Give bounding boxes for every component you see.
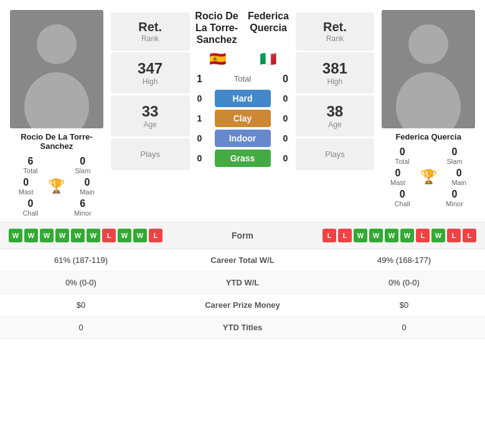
- right-mast-value: 0: [395, 168, 400, 179]
- left-plays-box: Plays: [111, 138, 190, 170]
- total-label: Total: [215, 74, 271, 83]
- left-flag: 🇪🇸: [192, 51, 243, 67]
- right-mast-stat: 0 Mast: [377, 168, 418, 186]
- right-minor-label: Minor: [446, 200, 463, 207]
- left-player-name: Rocio De La Torre-Sanchez: [5, 132, 108, 151]
- hard-right-score: 0: [278, 93, 293, 103]
- form-badge: L: [416, 229, 430, 242]
- right-player-avatar: [382, 10, 475, 128]
- stat-center-label: Career Total W/L: [162, 249, 323, 272]
- right-main-value: 0: [456, 168, 462, 179]
- right-plays-box: Plays: [296, 138, 375, 170]
- left-player-avatar: [10, 10, 103, 128]
- left-main-label: Main: [80, 188, 95, 196]
- left-player-card: Rocio De La Torre-Sanchez 6 Total 0 Slam…: [5, 10, 108, 217]
- clay-button[interactable]: Clay: [215, 110, 271, 127]
- indoor-left-score: 0: [192, 133, 207, 143]
- stats-row: 0 YTD Titles 0: [0, 317, 485, 339]
- stat-left-val: $0: [0, 294, 162, 317]
- stat-left-val: 61% (187-119): [0, 249, 162, 272]
- left-total-value: 6: [27, 156, 33, 167]
- right-minor-value: 0: [452, 189, 458, 200]
- career-stats-table: 61% (187-119) Career Total W/L 49% (168-…: [0, 249, 485, 339]
- surface-clay-row: 1 Clay 0: [192, 110, 293, 127]
- right-mast-label: Mast: [390, 179, 405, 186]
- stat-center-label: YTD W/L: [162, 272, 323, 294]
- indoor-button[interactable]: Indoor: [215, 130, 271, 147]
- stat-right-val: $0: [323, 294, 485, 317]
- form-badge: W: [24, 229, 38, 242]
- form-badge: W: [354, 229, 367, 242]
- center-column: Rocio De La Torre-Sanchez Federica Querc…: [192, 10, 293, 169]
- stats-row: 61% (187-119) Career Total W/L 49% (168-…: [0, 249, 485, 272]
- right-rank-sub: Rank: [301, 34, 370, 43]
- left-chall-value: 0: [27, 198, 33, 209]
- right-high-value: 381: [301, 60, 370, 77]
- right-slam-stat: 0 Slam: [429, 146, 480, 165]
- right-player-header-name: Federica Quercia: [244, 10, 293, 34]
- form-badge: L: [338, 229, 352, 242]
- form-badge: W: [87, 229, 100, 242]
- left-slam-stat: 0 Slam: [57, 156, 108, 174]
- right-stat-boxes: Ret. Rank 381 High 38 Age Plays: [296, 10, 375, 170]
- stat-center-label: YTD Titles: [162, 317, 323, 339]
- left-minor-value: 6: [80, 198, 85, 209]
- stat-right-val: 0: [323, 317, 485, 339]
- left-plays-label: Plays: [116, 150, 185, 159]
- form-badge: L: [463, 229, 476, 242]
- left-minor-label: Minor: [74, 209, 92, 217]
- stat-center-label: Career Prize Money: [162, 294, 323, 317]
- left-main-value: 0: [85, 177, 90, 188]
- form-badge: W: [71, 229, 85, 242]
- form-badge: W: [431, 229, 445, 242]
- indoor-right-score: 0: [278, 133, 293, 143]
- svg-point-4: [408, 24, 448, 64]
- right-total-stat: 0 Total: [377, 146, 428, 165]
- right-chall-label: Chall: [395, 200, 410, 207]
- right-form-badges: LLWWWWLWLL: [323, 229, 476, 242]
- left-chall-stat: 0 Chall: [5, 198, 56, 217]
- right-rank-box: Ret. Rank: [296, 12, 375, 50]
- left-mast-stat: 0 Mast: [5, 177, 47, 196]
- left-stat-boxes: Ret. Rank 347 High 33 Age Plays: [111, 10, 190, 170]
- right-total-value: 0: [400, 146, 405, 158]
- right-main-label: Main: [451, 179, 466, 186]
- surface-grass-row: 0 Grass 0: [192, 150, 293, 167]
- stat-right-val: 0% (0-0): [323, 272, 485, 294]
- hard-button[interactable]: Hard: [215, 90, 271, 107]
- form-badge: L: [102, 229, 116, 242]
- right-age-label: Age: [301, 120, 370, 129]
- form-badge: L: [149, 229, 162, 242]
- stats-row: 0% (0-0) YTD W/L 0% (0-0): [0, 272, 485, 294]
- form-badge: W: [400, 229, 414, 242]
- right-plays-label: Plays: [301, 150, 370, 159]
- left-main-stat: 0 Main: [66, 177, 108, 196]
- right-high-label: High: [301, 77, 370, 86]
- form-badge: W: [369, 229, 383, 242]
- surface-indoor-row: 0 Indoor 0: [192, 130, 293, 147]
- stat-left-val: 0% (0-0): [0, 272, 162, 294]
- left-age-label: Age: [116, 120, 185, 129]
- left-high-box: 347 High: [111, 52, 190, 93]
- hard-left-score: 0: [192, 93, 207, 103]
- right-total-label: Total: [395, 158, 410, 165]
- grass-button[interactable]: Grass: [215, 150, 271, 167]
- left-form-badges: WWWWWWLWWL: [9, 229, 162, 242]
- form-badge: W: [118, 229, 131, 242]
- left-mast-label: Mast: [19, 188, 34, 196]
- left-total-score: 1: [192, 74, 207, 85]
- stat-left-val: 0: [0, 317, 162, 339]
- left-slam-value: 0: [80, 156, 85, 167]
- left-player-header-name: Rocio De La Torre-Sanchez: [192, 10, 242, 46]
- right-high-box: 381 High: [296, 52, 375, 93]
- grass-right-score: 0: [278, 153, 293, 163]
- left-total-stat: 6 Total: [5, 156, 56, 174]
- clay-left-score: 1: [192, 113, 207, 123]
- left-high-label: High: [116, 77, 185, 86]
- left-total-label: Total: [23, 167, 37, 174]
- form-badge: W: [40, 229, 54, 242]
- total-row: 1 Total 0: [192, 74, 293, 85]
- form-badge: W: [9, 229, 22, 242]
- left-age-value: 33: [116, 103, 185, 120]
- right-minor-stat: 0 Minor: [429, 189, 480, 207]
